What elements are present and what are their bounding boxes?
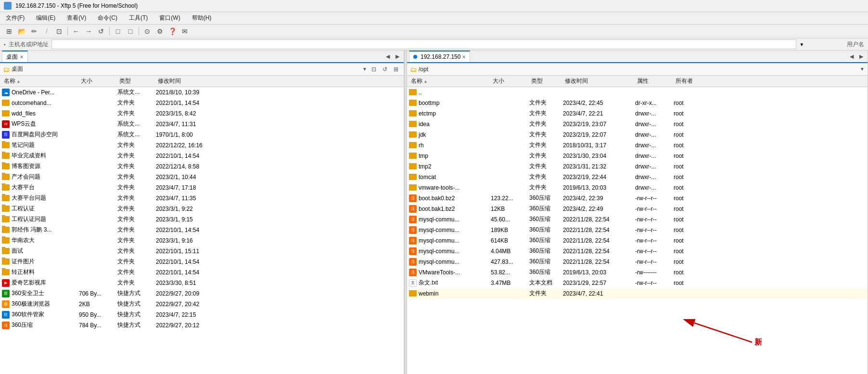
left-file-row[interactable]: 极 360极速浏览器 2KB 快捷方式 2022/9/27, 20:42 bbox=[0, 299, 404, 310]
address-input[interactable] bbox=[51, 39, 796, 49]
menu-command[interactable]: 命令(C) bbox=[96, 13, 119, 23]
right-path-folder-icon: 🗂 bbox=[410, 65, 417, 73]
menu-window[interactable]: 窗口(W) bbox=[157, 13, 182, 23]
left-file-row[interactable]: 工程认证问题 文件夹 2023/3/1, 9:15 bbox=[0, 214, 404, 225]
right-file-row[interactable]: 压 mysql-commu... 189KB 360压缩 2022/11/28,… bbox=[407, 225, 868, 235]
left-tab-desktop[interactable]: 桌面 ✕ bbox=[2, 51, 28, 62]
left-file-row[interactable]: outcomehand... 文件夹 2022/10/1, 14:54 bbox=[0, 98, 404, 108]
left-col-header-name[interactable]: 名称 ▲ bbox=[2, 77, 79, 85]
right-file-list[interactable]: .. boottmp 文件夹 2023/4/2, 22:45 dr-xr-x..… bbox=[407, 87, 868, 374]
right-file-row[interactable]: etctmp 文件夹 2023/4/7, 22:21 drwxr-... roo… bbox=[407, 108, 868, 119]
right-file-row[interactable]: 压 VMwareTools-... 53.82... 360压缩 2019/6/… bbox=[407, 267, 868, 278]
right-col-header-perm[interactable]: 属性 bbox=[635, 77, 674, 85]
right-file-row[interactable]: idea 文件夹 2023/2/19, 23:07 drwxr-... root bbox=[407, 119, 868, 129]
right-file-row[interactable]: jdk 文件夹 2023/2/19, 22:07 drwxr-... root bbox=[407, 129, 868, 140]
left-file-name: ▶ 爱奇艺影视库 bbox=[2, 279, 79, 287]
toolbar-btn-forward[interactable]: → bbox=[83, 26, 94, 37]
right-file-owner: root bbox=[674, 121, 702, 128]
left-path-dropdown[interactable]: ▼ bbox=[362, 66, 367, 72]
toolbar-btn-help[interactable]: ❓ bbox=[167, 26, 178, 37]
left-tab-nav-left[interactable]: ◀ bbox=[383, 52, 392, 61]
right-file-size: 4.04MB bbox=[491, 248, 529, 255]
right-file-row[interactable]: 压 mysql-commu... 45.60... 360压缩 2022/11/… bbox=[407, 214, 868, 225]
toolbar-btn-edit[interactable]: ✏ bbox=[29, 26, 39, 37]
right-file-row[interactable]: tmp 文件夹 2023/1/30, 23:04 drwxr-... root bbox=[407, 151, 868, 161]
right-file-row[interactable]: .. bbox=[407, 87, 868, 98]
right-file-row[interactable]: vmware-tools-... 文件夹 2019/6/13, 20:03 dr… bbox=[407, 182, 868, 193]
left-col-header-size[interactable]: 大小 bbox=[79, 77, 117, 85]
right-tab-nav-left[interactable]: ◀ bbox=[847, 52, 856, 61]
right-file-row[interactable]: 压 mysql-commu... 614KB 360压缩 2022/11/28,… bbox=[407, 235, 868, 246]
toolbar-btn-box[interactable]: ⊡ bbox=[54, 26, 64, 37]
left-path-btn-1[interactable]: ⊡ bbox=[369, 64, 379, 74]
toolbar-btn-settings[interactable]: ⚙ bbox=[154, 26, 165, 37]
left-file-row[interactable]: 产才会问题 文件夹 2023/2/1, 10:44 bbox=[0, 172, 404, 182]
menu-tools[interactable]: 工具(T) bbox=[127, 13, 150, 23]
window-title: 192.168.27.150 - Xftp 5 (Free for Home/S… bbox=[15, 2, 138, 9]
right-file-row[interactable]: 文 杂文.txt 3.47MB 文本文档 2023/1/29, 22:57 -r… bbox=[407, 278, 868, 288]
left-path-btn-2[interactable]: ↺ bbox=[380, 64, 390, 74]
right-file-row[interactable]: 压 mysql-commu... 427.83... 360压缩 2022/11… bbox=[407, 257, 868, 267]
left-file-row[interactable]: 工程认证 文件夹 2023/3/1, 9:22 bbox=[0, 204, 404, 214]
right-col-header-type[interactable]: 类型 bbox=[529, 77, 563, 85]
right-file-row[interactable]: 压 boot.bak0.bz2 123.22... 360压缩 2023/4/2… bbox=[407, 193, 868, 204]
right-tab-close[interactable]: ✕ bbox=[462, 54, 466, 60]
left-file-row[interactable]: 面试 文件夹 2022/10/1, 15:11 bbox=[0, 246, 404, 257]
left-file-row[interactable]: 博客图资源 文件夹 2022/12/14, 8:58 bbox=[0, 161, 404, 172]
left-file-row[interactable]: 郭经伟 冯鹏 3... 文件夹 2022/10/1, 14:54 bbox=[0, 225, 404, 235]
left-file-row[interactable]: W WPS云盘 系统文... 2023/4/7, 11:31 bbox=[0, 119, 404, 129]
right-file-row[interactable]: boottmp 文件夹 2023/4/2, 22:45 dr-xr-x... r… bbox=[407, 98, 868, 108]
right-file-row[interactable]: 压 boot.bak1.bz2 12KB 360压缩 2023/4/2, 22:… bbox=[407, 204, 868, 214]
right-col-header-size[interactable]: 大小 bbox=[491, 77, 529, 85]
menu-file[interactable]: 文件(F) bbox=[4, 13, 26, 23]
left-file-row[interactable]: 盾 360安全卫士 706 By... 快捷方式 2022/9/27, 20:0… bbox=[0, 288, 404, 299]
left-file-row[interactable]: 大赛平台问题 文件夹 2023/4/7, 11:35 bbox=[0, 193, 404, 204]
left-file-row[interactable]: ☁ OneDrive - Per... 系统文... 2021/8/10, 10… bbox=[0, 87, 404, 98]
right-file-row[interactable]: tmp2 文件夹 2023/1/31, 21:32 drwxr-... root bbox=[407, 161, 868, 172]
left-path-btn-3[interactable]: ⊞ bbox=[391, 64, 401, 74]
left-file-row[interactable]: 百 百度网盘同步空间 系统文... 1970/1/1, 8:00 bbox=[0, 129, 404, 140]
right-file-row[interactable]: webmin 文件夹 2023/4/7, 22:41 bbox=[407, 288, 868, 299]
right-file-row[interactable]: rh 文件夹 2018/10/31, 3:17 drwxr-... root bbox=[407, 140, 868, 151]
left-file-row[interactable]: 软 360软件管家 950 By... 快捷方式 2023/4/7, 22:15 bbox=[0, 310, 404, 320]
toolbar-btn-copy2[interactable]: □ bbox=[125, 26, 136, 37]
left-file-row[interactable]: 大赛平台 文件夹 2023/4/7, 17:18 bbox=[0, 182, 404, 193]
toolbar-btn-copy1[interactable]: □ bbox=[113, 26, 123, 37]
right-col-header-date[interactable]: 修改时间 bbox=[563, 77, 635, 85]
left-file-row[interactable]: 证件图片 文件夹 2022/10/1, 14:54 bbox=[0, 257, 404, 267]
left-file-row[interactable]: 笔记问题 文件夹 2022/12/22, 16:16 bbox=[0, 140, 404, 151]
left-file-row[interactable]: 华南农大 文件夹 2023/3/1, 9:16 bbox=[0, 235, 404, 246]
toolbar-btn-refresh[interactable]: ↺ bbox=[96, 26, 106, 37]
toolbar-btn-back[interactable]: ← bbox=[71, 26, 81, 37]
left-col-header-date[interactable]: 修改时间 bbox=[156, 77, 233, 85]
right-tab-server[interactable]: 192.168.27.150 ✕ bbox=[409, 51, 470, 62]
menu-view[interactable]: 查看(V) bbox=[65, 13, 88, 23]
user-label: 用户名 bbox=[847, 40, 864, 49]
right-file-row[interactable]: tomcat 文件夹 2023/2/19, 22:44 drwxr-... ro… bbox=[407, 172, 868, 182]
left-tab-nav-right[interactable]: ▶ bbox=[393, 52, 402, 61]
toolbar-btn-sync[interactable]: ⊙ bbox=[142, 26, 153, 37]
left-file-row[interactable]: 压 360压缩 784 By... 快捷方式 2022/9/27, 20:12 bbox=[0, 320, 404, 331]
left-file-row[interactable]: 转正材料 文件夹 2022/10/1, 14:54 bbox=[0, 267, 404, 278]
right-path-dropdown[interactable]: ▼ bbox=[860, 66, 865, 72]
right-col-header-owner[interactable]: 所有者 bbox=[674, 77, 702, 85]
menu-help[interactable]: 帮助(H) bbox=[190, 13, 214, 23]
left-tab-close[interactable]: ✕ bbox=[20, 54, 24, 60]
left-file-list[interactable]: ☁ OneDrive - Per... 系统文... 2021/8/10, 10… bbox=[0, 87, 404, 374]
right-file-perm: drwxr-... bbox=[635, 184, 674, 191]
left-file-row[interactable]: wdd_files 文件夹 2023/3/15, 8:42 bbox=[0, 108, 404, 119]
right-col-header-name[interactable]: 名称 ▲ bbox=[409, 77, 491, 85]
menu-edit[interactable]: 编辑(E) bbox=[34, 13, 57, 23]
right-tab-nav-right[interactable]: ▶ bbox=[857, 52, 866, 61]
right-file-name: tomcat bbox=[409, 174, 491, 181]
toolbar-btn-message[interactable]: ✉ bbox=[179, 26, 190, 37]
toolbar-btn-new[interactable]: ⊞ bbox=[4, 26, 14, 37]
left-col-header-type[interactable]: 类型 bbox=[117, 77, 156, 85]
left-file-row[interactable]: 毕业完成资料 文件夹 2022/10/1, 14:54 bbox=[0, 151, 404, 161]
right-file-date: 2023/4/7, 22:41 bbox=[563, 290, 635, 297]
left-file-row[interactable]: ▶ 爱奇艺影视库 文件夹 2023/3/30, 8:51 bbox=[0, 278, 404, 288]
toolbar-btn-slash[interactable]: / bbox=[41, 26, 52, 37]
toolbar-btn-open[interactable]: 📂 bbox=[16, 26, 27, 37]
right-file-type: 文件夹 bbox=[529, 173, 563, 181]
right-file-row[interactable]: 压 mysql-commu... 4.04MB 360压缩 2022/11/28… bbox=[407, 246, 868, 257]
